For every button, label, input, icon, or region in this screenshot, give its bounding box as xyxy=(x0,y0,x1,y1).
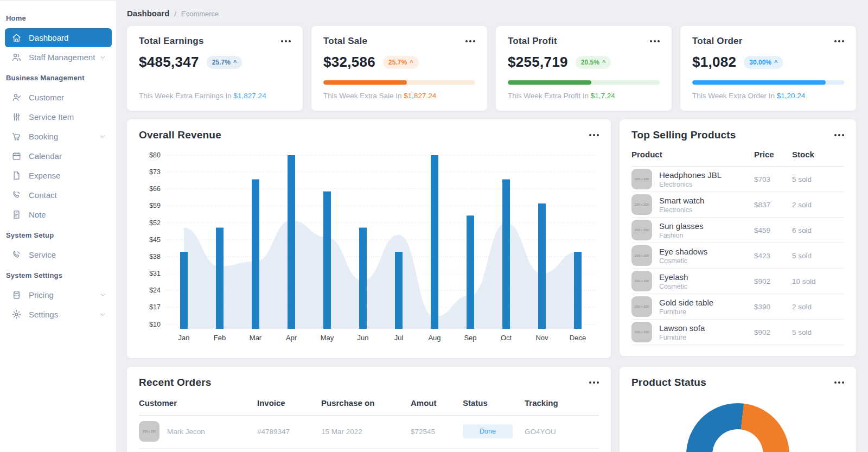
top-selling-products-title: Top Selling Products xyxy=(631,129,736,141)
stat-footer-amount: $1,7.24 xyxy=(591,92,615,100)
column-status: Status xyxy=(463,398,525,408)
svg-text:Apr: Apr xyxy=(286,334,297,342)
sidebar-section-label-home: Home xyxy=(5,8,112,28)
middle-row: Overall Revenue $80$73$66$59$52$45$38$31… xyxy=(127,119,856,358)
more-options-icon[interactable] xyxy=(646,37,660,45)
sidebar-item-label: Booking xyxy=(29,132,99,141)
product-row: 200 x 200 Sun glasses Fashion $459 6 sol… xyxy=(631,218,844,243)
more-options-icon[interactable] xyxy=(461,37,475,45)
sidebar-nav: HomeDashboardStaff ManagementBusiness Ma… xyxy=(5,8,112,324)
sidebar-item-staff-management[interactable]: Staff Management xyxy=(5,48,112,67)
sidebar-item-settings[interactable]: Settings xyxy=(5,305,112,324)
stat-card-title: Total Earnings xyxy=(139,36,204,47)
svg-text:Dece: Dece xyxy=(570,334,586,342)
sidebar-item-dashboard[interactable]: Dashboard xyxy=(5,28,112,47)
phone-icon xyxy=(11,250,22,260)
product-category: Furniture xyxy=(659,334,705,341)
stat-footer: This Week Extra Earnings In $1,827.24 xyxy=(139,92,291,100)
sidebar-item-label: Settings xyxy=(29,310,99,319)
more-options-icon[interactable] xyxy=(585,131,599,139)
sidebar: HomeDashboardStaff ManagementBusiness Ma… xyxy=(0,0,117,452)
order-amount: $72545 xyxy=(411,428,463,436)
recent-orders-panel: Recent Orders Customer Invoice Pusrchase… xyxy=(127,367,611,452)
sidebar-item-contact[interactable]: Contact xyxy=(5,186,112,205)
chevron-down-icon xyxy=(99,291,106,298)
stat-card-title: Total Profit xyxy=(508,36,557,47)
sidebar-item-label: Expense xyxy=(29,171,106,180)
svg-text:Sep: Sep xyxy=(464,334,476,342)
stat-footer-amount: $1,827.24 xyxy=(234,92,266,100)
sidebar-item-label: Customer xyxy=(29,93,106,102)
product-thumbnail: 200 x 200 xyxy=(631,322,652,342)
sidebar-item-label: Staff Management xyxy=(29,53,99,62)
svg-text:$17: $17 xyxy=(149,303,161,311)
product-row: 200 x 200 Eye shadows Cosmetic $423 5 so… xyxy=(631,243,844,269)
product-name: Sun glasses xyxy=(659,221,704,231)
stat-badge: 25.7%^ xyxy=(383,56,418,69)
column-product: Product xyxy=(631,150,754,159)
column-purchase-on: Pusrchase on xyxy=(321,398,411,408)
product-row: 200 x 200 Lawson sofa Furniture $902 5 s… xyxy=(631,320,844,345)
order-row: 100 x 100 Mark Jecon #4789347 15 Mar 202… xyxy=(139,416,599,449)
svg-text:$66: $66 xyxy=(149,185,161,193)
product-category: Cosmetic xyxy=(659,257,707,265)
product-category: Electronics xyxy=(659,181,722,188)
sidebar-item-label: Contact xyxy=(29,190,106,200)
sidebar-item-booking[interactable]: Booking xyxy=(5,127,112,146)
svg-text:Mar: Mar xyxy=(250,334,262,342)
more-options-icon[interactable] xyxy=(830,379,844,386)
product-stock: 5 sold xyxy=(792,328,844,336)
home-icon xyxy=(11,33,22,43)
sidebar-item-customer[interactable]: Customer xyxy=(5,88,112,107)
sidebar-item-note[interactable]: Note xyxy=(5,205,112,224)
stat-footer: This Week Extra Profit In $1,7.24 xyxy=(508,92,660,100)
stat-card-order: Total Order $1,082 30.00%^ This Week Ext… xyxy=(680,26,856,111)
product-name: Headphones JBL xyxy=(659,170,722,180)
product-category: Electronics xyxy=(659,206,704,214)
stat-badge: 20.5%^ xyxy=(576,56,611,69)
stat-badge: 30.00%^ xyxy=(744,56,783,69)
product-thumbnail: 200 x 200 xyxy=(631,220,652,240)
breadcrumb-page: Ecommerce xyxy=(181,10,219,18)
svg-text:Oct: Oct xyxy=(501,334,512,342)
product-category: Cosmetic xyxy=(659,283,688,290)
product-price: $459 xyxy=(754,226,792,234)
svg-text:$31: $31 xyxy=(149,270,161,277)
svg-text:$38: $38 xyxy=(149,253,161,260)
svg-text:Aug: Aug xyxy=(428,334,441,342)
product-price: $902 xyxy=(754,328,792,336)
products-table-body: 200 x 200 Headphones JBL Electronics $70… xyxy=(631,167,844,345)
sidebar-item-expense[interactable]: Expense xyxy=(5,166,112,185)
svg-text:Jun: Jun xyxy=(358,334,369,342)
sidebar-item-label: Service xyxy=(29,250,106,259)
top-selling-products-panel: Top Selling Products Product Price Stock… xyxy=(620,119,856,356)
svg-text:$24: $24 xyxy=(149,287,161,294)
stat-footer: This Week Extra Sale In $1,827.24 xyxy=(323,92,475,100)
progress-bar xyxy=(508,80,660,85)
order-customer: Mark Jecon xyxy=(167,428,205,436)
column-price: Price xyxy=(754,150,792,159)
product-stock: 6 sold xyxy=(792,226,844,234)
order-thumbnail: 100 x 100 xyxy=(139,421,159,442)
more-options-icon[interactable] xyxy=(830,131,844,139)
more-options-icon[interactable] xyxy=(585,379,599,386)
product-thumbnail: 200 x 200 xyxy=(631,271,652,291)
sidebar-item-calendar[interactable]: Calendar xyxy=(5,147,112,165)
note-icon xyxy=(11,209,22,220)
sidebar-item-label: Note xyxy=(29,210,106,219)
sidebar-section-label-system-setup: System Setup xyxy=(5,225,112,245)
progress-bar xyxy=(692,80,844,85)
product-status-title: Product Status xyxy=(631,377,706,389)
chevron-up-icon: ^ xyxy=(233,60,237,65)
svg-text:Jul: Jul xyxy=(394,334,404,342)
breadcrumb-separator: / xyxy=(174,10,176,18)
sidebar-item-service-item[interactable]: Service Item xyxy=(5,107,112,126)
sidebar-item-pricing[interactable]: Pricing xyxy=(5,285,112,304)
breadcrumb-current[interactable]: Dashboard xyxy=(127,9,169,18)
phone-icon xyxy=(11,190,22,200)
sidebar-item-service[interactable]: Service xyxy=(5,245,112,264)
stat-cards-row: Total Earnings $485,347 25.7%^ This Week… xyxy=(127,26,856,111)
stat-value: $1,082 xyxy=(692,54,736,71)
more-options-icon[interactable] xyxy=(277,37,291,45)
more-options-icon[interactable] xyxy=(830,37,844,45)
